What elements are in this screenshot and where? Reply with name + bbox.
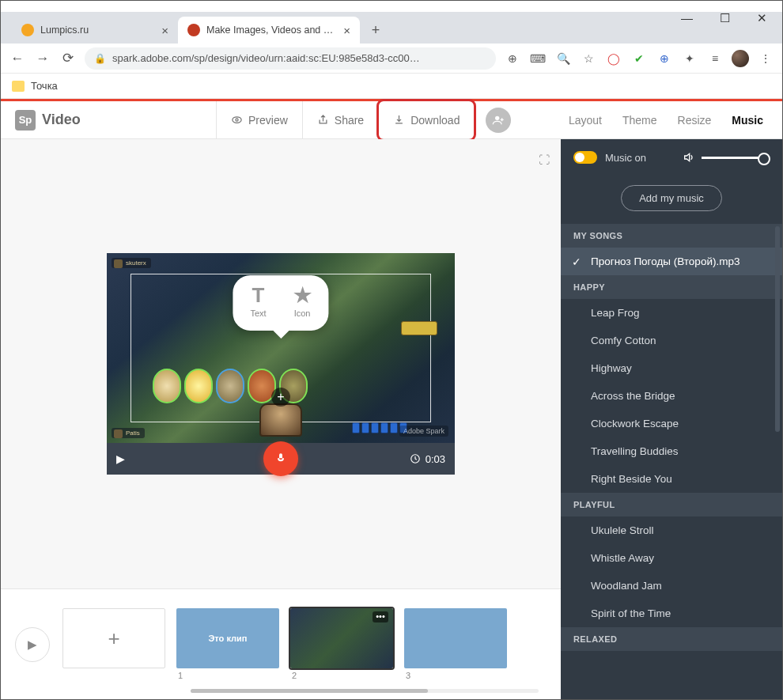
video-frame[interactable]: skuterx Patis T: [107, 253, 455, 443]
extensions-icon[interactable]: ✦: [681, 50, 698, 67]
bookmark-item[interactable]: Точка: [31, 80, 58, 92]
track-item[interactable]: Across the Bridge: [561, 382, 782, 410]
music-toggle[interactable]: [573, 151, 597, 164]
timeline-play-button[interactable]: ▶: [15, 627, 50, 662]
player-nameplate-bottom: Patis: [112, 428, 145, 438]
add-overlay-button[interactable]: +: [271, 388, 290, 407]
clip-menu-icon[interactable]: •••: [373, 611, 388, 622]
share-button[interactable]: Share: [302, 101, 378, 139]
track-item[interactable]: Whistle Away: [561, 544, 782, 572]
close-tab-icon[interactable]: ×: [161, 24, 168, 37]
track-item[interactable]: Woodland Jam: [561, 572, 782, 600]
profile-avatar[interactable]: [732, 50, 749, 67]
back-button[interactable]: ←: [9, 51, 26, 66]
timeline-scrollbar[interactable]: [191, 689, 539, 693]
stage: ⛶ skuterx Patis: [1, 139, 561, 588]
maximize-button[interactable]: ☐: [720, 11, 730, 25]
download-icon: [393, 114, 405, 126]
time-value: 0:03: [426, 453, 445, 465]
search-page-icon[interactable]: 🔍: [554, 50, 572, 67]
bookmarks-bar: Точка: [1, 74, 782, 99]
reload-button[interactable]: ⟳: [59, 50, 77, 66]
url-bar[interactable]: 🔒 spark.adobe.com/sp/design/video/urn:aa…: [85, 47, 496, 70]
nav-music[interactable]: Music: [732, 114, 763, 127]
add-text-button[interactable]: T Text: [250, 285, 266, 318]
download-button[interactable]: Download: [379, 101, 474, 139]
watermark: Adobe Spark: [399, 426, 448, 437]
svg-point-2: [495, 115, 499, 119]
brand-logo[interactable]: Sp Video: [1, 110, 216, 131]
game-button: [401, 321, 437, 335]
add-music-button[interactable]: Add my music: [621, 185, 722, 211]
plus-zoom-icon[interactable]: ⊕: [504, 50, 521, 67]
close-button[interactable]: ✕: [757, 11, 767, 25]
clip-number: 3: [404, 671, 507, 680]
volume-icon[interactable]: [683, 151, 695, 164]
nav-layout[interactable]: Layout: [569, 114, 602, 127]
clip-3[interactable]: 3: [404, 608, 507, 680]
app-toolbar: Sp Video Preview Share Download: [1, 101, 782, 139]
check-ext-icon[interactable]: ✔: [630, 50, 648, 67]
new-tab-button[interactable]: +: [365, 19, 387, 41]
track-item[interactable]: Right Beside You: [561, 465, 782, 493]
kebab-menu-icon[interactable]: ⋮: [757, 50, 774, 67]
right-nav: Layout Theme Resize Music: [569, 114, 782, 127]
game-hero: [259, 403, 302, 437]
close-tab-icon[interactable]: ×: [343, 24, 350, 37]
sp-badge: Sp: [15, 110, 36, 131]
clock-icon: [410, 453, 421, 464]
clip-1[interactable]: Это клип 1: [176, 608, 279, 680]
clip-2[interactable]: ••• 2: [290, 608, 393, 680]
reading-list-icon[interactable]: ≡: [706, 50, 724, 67]
folder-icon: [12, 81, 25, 92]
track-item[interactable]: Highway: [561, 354, 782, 382]
record-mic-button[interactable]: [263, 441, 298, 476]
section-my-songs: MY SONGS: [561, 224, 782, 248]
tab-spark[interactable]: Make Images, Videos and Web S ×: [178, 17, 360, 44]
track-item[interactable]: Comfy Cotton: [561, 327, 782, 354]
track-item[interactable]: Leap Frog: [561, 299, 782, 327]
clip-text: Это клип: [209, 634, 248, 643]
translate-icon[interactable]: ⌨: [529, 50, 547, 67]
minimize-button[interactable]: —: [681, 11, 693, 25]
play-button[interactable]: ▶: [116, 452, 125, 465]
track-item[interactable]: Spirit of the Time: [561, 600, 782, 627]
clip-duration[interactable]: 0:03: [410, 453, 445, 465]
invite-button[interactable]: [486, 108, 511, 133]
svg-point-1: [236, 119, 238, 121]
clip-number: 1: [176, 671, 279, 680]
video-player: skuterx Patis T: [107, 253, 455, 475]
download-label: Download: [410, 114, 460, 127]
panel-scrollbar[interactable]: [775, 226, 780, 432]
star-bookmark-icon[interactable]: ☆: [580, 50, 597, 67]
track-item[interactable]: Ukulele Stroll: [561, 516, 782, 544]
track-selected[interactable]: Прогноз Погоды (Второй).mp3: [561, 248, 782, 275]
music-panel: Music on Add my music MY SONGS Прогноз П…: [561, 139, 782, 699]
expand-icon[interactable]: ⛶: [539, 153, 550, 166]
timeline: ▶ + Это клип 1 ••• 2: [1, 588, 561, 699]
nav-resize[interactable]: Resize: [678, 114, 712, 127]
svg-point-0: [233, 117, 241, 123]
forward-button[interactable]: →: [34, 51, 51, 66]
add-clip-button[interactable]: +: [62, 608, 165, 671]
opera-ext-icon[interactable]: ◯: [605, 50, 622, 67]
player-nameplate-top: skuterx: [112, 258, 151, 268]
overlay-bubble: T Text ★ Icon: [233, 275, 328, 331]
share-icon: [317, 114, 329, 126]
icon-label: Icon: [294, 308, 311, 318]
section-relaxed: RELAXED: [561, 627, 782, 651]
track-item[interactable]: Clockwork Escape: [561, 410, 782, 437]
favicon: [21, 24, 34, 36]
browser-tabs: Lumpics.ru × Make Images, Videos and Web…: [1, 12, 782, 44]
lock-icon: 🔒: [94, 53, 106, 64]
tab-lumpics[interactable]: Lumpics.ru ×: [12, 17, 178, 44]
volume-slider[interactable]: [702, 157, 770, 159]
globe-ext-icon[interactable]: ⊕: [656, 50, 673, 67]
download-highlight: Download: [376, 99, 476, 142]
share-label: Share: [335, 114, 364, 127]
add-icon-button[interactable]: ★ Icon: [293, 285, 312, 318]
address-bar-row: ← → ⟳ 🔒 spark.adobe.com/sp/design/video/…: [1, 44, 782, 74]
preview-button[interactable]: Preview: [216, 101, 302, 139]
nav-theme[interactable]: Theme: [622, 114, 657, 127]
track-item[interactable]: Travelling Buddies: [561, 437, 782, 465]
